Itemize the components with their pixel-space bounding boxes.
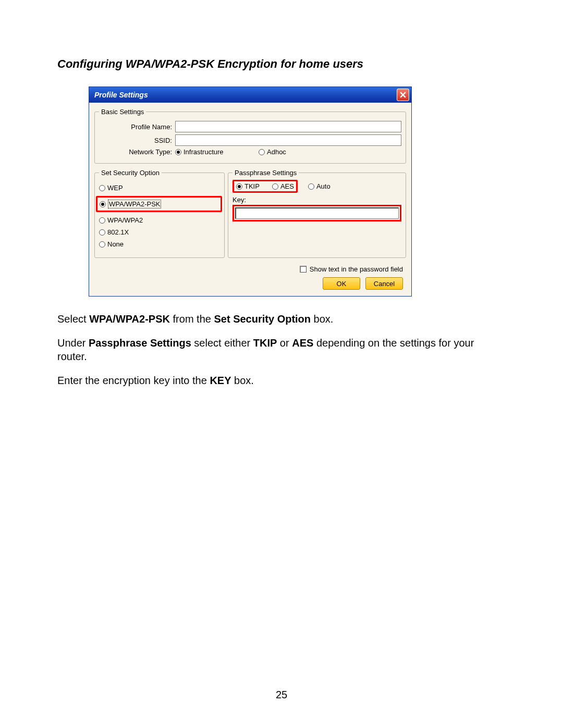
radio-icon [272,183,278,190]
security-wep[interactable]: WEP [99,184,220,192]
basic-settings-group: Basic Settings Profile Name: SSID: Netwo… [94,108,406,164]
instruction-3: Enter the encryption key into the KEY bo… [57,374,506,387]
profile-settings-dialog: Profile Settings Basic Settings Profile … [89,87,412,297]
security-wpa-wpa2-psk[interactable]: WPA/WPA2-PSK [100,200,218,208]
security-option-group: Set Security Option WEP WPA/WPA2-PSK [94,169,225,258]
profile-name-label: Profile Name: [99,123,175,131]
network-type-infrastructure[interactable]: Infrastructure [175,148,259,156]
encryption-auto[interactable]: Auto [308,182,331,190]
radio-label: AES [280,182,294,190]
close-icon [400,92,406,98]
radio-icon [100,201,106,207]
radio-icon [259,149,265,155]
encryption-tkip[interactable]: TKIP [236,182,260,190]
radio-label: None [107,240,124,248]
security-none[interactable]: None [99,240,220,248]
radio-label: Auto [316,182,331,190]
highlight-key [232,205,401,221]
highlight-wpa-psk: WPA/WPA2-PSK [96,196,222,212]
instruction-2: Under Passphrase Settings select either … [57,336,506,363]
passphrase-settings-legend: Passphrase Settings [232,169,299,177]
dialog-screenshot: Profile Settings Basic Settings Profile … [89,87,506,297]
ssid-input[interactable] [175,134,401,146]
titlebar: Profile Settings [89,87,411,103]
radio-icon [236,183,242,190]
ok-button[interactable]: OK [323,277,360,290]
radio-label: WPA/WPA2-PSK [108,200,161,208]
radio-icon [99,185,105,191]
network-type-label: Network Type: [99,148,175,156]
section-heading: Configuring WPA/WPA2-PSK Encryption for … [57,57,506,71]
passphrase-settings-group: Passphrase Settings TKIP AES [228,169,406,258]
key-input[interactable] [235,207,399,219]
radio-label: WEP [107,184,123,192]
radio-label: Infrastructure [183,148,224,156]
security-option-legend: Set Security Option [99,169,162,177]
encryption-aes[interactable]: AES [272,182,294,190]
profile-name-input[interactable] [175,121,401,132]
radio-icon [175,149,181,155]
radio-icon [99,229,105,236]
show-password-label: Show text in the password field [310,265,403,273]
radio-label: WPA/WPA2 [107,216,143,224]
basic-settings-legend: Basic Settings [99,108,146,116]
radio-label: TKIP [244,182,260,190]
close-button[interactable] [397,89,409,101]
highlight-encryption: TKIP AES [232,180,298,193]
cancel-button[interactable]: Cancel [365,277,403,290]
ssid-label: SSID: [99,137,175,144]
page-number: 25 [0,689,563,701]
show-password-checkbox[interactable] [300,266,307,273]
radio-label: Adhoc [267,148,286,156]
dialog-title: Profile Settings [94,91,148,99]
radio-icon [99,241,105,248]
radio-label: 802.1X [107,228,129,236]
security-wpa-wpa2[interactable]: WPA/WPA2 [99,216,220,224]
radio-icon [99,217,105,224]
network-type-adhoc[interactable]: Adhoc [259,148,286,156]
radio-icon [308,183,314,190]
security-8021x[interactable]: 802.1X [99,228,220,236]
key-label: Key: [232,196,401,204]
instruction-1: Select WPA/WPA2-PSK from the Set Securit… [57,312,506,326]
